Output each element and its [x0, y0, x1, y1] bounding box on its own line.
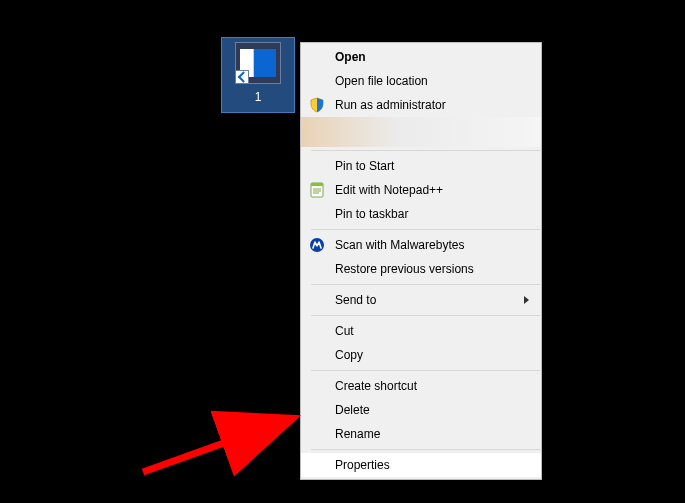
- menu-item-send-to[interactable]: Send to: [301, 288, 541, 312]
- desktop-icon-label: 1: [255, 90, 262, 104]
- annotation-arrow-icon: [138, 402, 308, 482]
- malwarebytes-icon: [309, 237, 325, 253]
- menu-separator: [311, 284, 540, 285]
- menu-item-open[interactable]: Open: [301, 45, 541, 69]
- menu-item-label: Open file location: [335, 74, 428, 88]
- menu-item-delete[interactable]: Delete: [301, 398, 541, 422]
- menu-item-label: Create shortcut: [335, 379, 417, 393]
- menu-item-cut[interactable]: Cut: [301, 319, 541, 343]
- context-menu: OpenOpen file locationRun as administrat…: [300, 42, 542, 480]
- menu-item-restore-versions[interactable]: Restore previous versions: [301, 257, 541, 281]
- menu-item-scan-malwarebytes[interactable]: Scan with Malwarebytes: [301, 233, 541, 257]
- menu-item-label: Properties: [335, 458, 390, 472]
- menu-item-run-as-admin[interactable]: Run as administrator: [301, 93, 541, 117]
- menu-separator: [311, 449, 540, 450]
- shield-icon: [309, 97, 325, 113]
- menu-item-label: Open: [335, 50, 366, 64]
- menu-item-create-shortcut[interactable]: Create shortcut: [301, 374, 541, 398]
- menu-item-rename[interactable]: Rename: [301, 422, 541, 446]
- svg-line-7: [143, 420, 288, 472]
- shortcut-overlay-icon: [235, 70, 249, 84]
- menu-item-label: Restore previous versions: [335, 262, 474, 276]
- menu-item-open-file-location[interactable]: Open file location: [301, 69, 541, 93]
- menu-item-label: Delete: [335, 403, 370, 417]
- menu-item-label: Pin to Start: [335, 159, 394, 173]
- desktop-shortcut[interactable]: 1: [221, 37, 295, 113]
- menu-separator: [311, 315, 540, 316]
- chevron-right-icon: [524, 296, 529, 304]
- menu-item-label: Run as administrator: [335, 98, 446, 112]
- menu-item-edit-notepadpp[interactable]: Edit with Notepad++: [301, 178, 541, 202]
- menu-separator: [311, 150, 540, 151]
- menu-item-label: Edit with Notepad++: [335, 183, 443, 197]
- svg-rect-1: [311, 183, 323, 186]
- menu-item-label: Rename: [335, 427, 380, 441]
- menu-separator: [311, 370, 540, 371]
- menu-item-properties[interactable]: Properties: [301, 453, 541, 477]
- notepad-icon: [309, 182, 325, 198]
- menu-separator: [311, 229, 540, 230]
- menu-item-pin-to-taskbar[interactable]: Pin to taskbar: [301, 202, 541, 226]
- shortcut-thumbnail-icon: [235, 42, 281, 84]
- menu-item-label: Copy: [335, 348, 363, 362]
- menu-item-label: Send to: [335, 293, 376, 307]
- menu-item-label: Scan with Malwarebytes: [335, 238, 464, 252]
- menu-item-pin-to-start[interactable]: Pin to Start: [301, 154, 541, 178]
- menu-item-obscured-item[interactable]: [301, 117, 541, 147]
- menu-item-copy[interactable]: Copy: [301, 343, 541, 367]
- menu-item-label: Cut: [335, 324, 354, 338]
- menu-item-label: Pin to taskbar: [335, 207, 408, 221]
